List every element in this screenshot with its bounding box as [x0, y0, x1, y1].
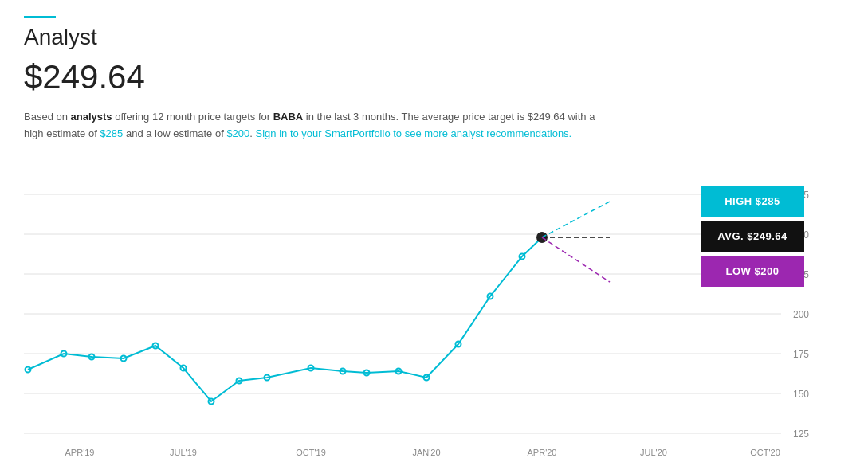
price-line [28, 237, 542, 401]
legend-box: HIGH $285 AVG. $249.64 LOW $200 [701, 186, 804, 287]
high-estimate-link[interactable]: $285 [100, 127, 123, 139]
chart-area: 275 250 225 200 175 150 125 APR'19 JUL'1… [0, 170, 868, 458]
low-legend: LOW $200 [701, 256, 804, 287]
low-estimate-link[interactable]: $200 [226, 127, 249, 139]
x-label-oct20: OCT'20 [750, 448, 780, 457]
page-title: Analyst [24, 25, 844, 50]
x-label-oct19: OCT'19 [296, 448, 326, 457]
bold-ticker: BABA [273, 111, 304, 123]
y-label-150: 150 [793, 389, 809, 400]
analyst-price: $249.64 [24, 58, 844, 96]
accent-bar [24, 16, 56, 18]
x-label-jul19: JUL'19 [170, 448, 197, 457]
y-label-175: 175 [793, 349, 809, 360]
smartportfolio-link[interactable]: Sign in to your SmartPortfolio to see mo… [256, 127, 572, 139]
y-label-200: 200 [793, 309, 809, 320]
low-dashed-line [542, 237, 610, 282]
description-text: Based on analysts offering 12 month pric… [24, 109, 598, 143]
avg-legend: AVG. $249.64 [701, 221, 804, 252]
x-label-jul20: JUL'20 [640, 448, 667, 457]
high-legend: HIGH $285 [701, 186, 804, 217]
x-label-apr20: APR'20 [528, 448, 557, 457]
x-label-apr19: APR'19 [65, 448, 95, 457]
bold-analysts: analysts [71, 111, 112, 123]
high-dashed-line [542, 202, 610, 237]
x-label-jan20: JAN'20 [412, 448, 440, 457]
y-label-125: 125 [793, 429, 809, 440]
